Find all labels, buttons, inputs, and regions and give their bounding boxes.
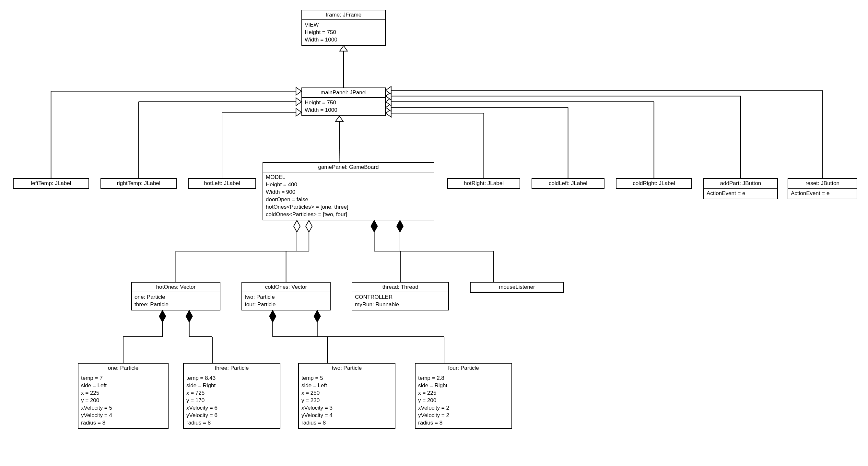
box-attr: myRun: Runnable: [355, 301, 446, 309]
box-title: frame: JFrame: [302, 10, 385, 20]
box-coldRight: coldRight: JLabel: [616, 178, 692, 189]
box-attr: side = Left: [81, 382, 165, 390]
box-coldLeft: coldLeft: JLabel: [532, 178, 604, 189]
uml-object-diagram: frame: JFrameVIEWHeight = 750Width = 100…: [0, 0, 868, 466]
box-attr: yVelocity = 2: [418, 412, 509, 420]
box-title: thread: Thread: [352, 283, 448, 292]
box-attr: Width = 1000: [305, 106, 382, 114]
box-attr: y = 200: [418, 397, 509, 404]
svg-marker-56: [314, 310, 320, 322]
box-attr: yVelocity = 6: [186, 412, 277, 420]
box-attr: xVelocity = 6: [186, 404, 277, 412]
box-attr: y = 230: [302, 397, 392, 404]
box-two: two: Particletemp = 5side = Leftx = 250y…: [298, 363, 396, 429]
box-attr: two: Particle: [245, 293, 328, 301]
box-four: four: Particletemp = 2.8side = Rightx = …: [415, 363, 512, 429]
box-attr: xVelocity = 2: [418, 404, 509, 412]
box-title: two: Particle: [299, 364, 395, 373]
box-title: coldLeft: JLabel: [532, 179, 604, 189]
box-leftTemp: leftTemp: JLabel: [13, 178, 89, 189]
box-body: CONTROLLERmyRun: Runnable: [352, 292, 448, 310]
box-attr: Height = 750: [305, 29, 382, 36]
box-attr: temp = 2.8: [418, 375, 509, 382]
box-title: gamePanel: GameBoard: [263, 163, 434, 173]
svg-marker-7: [296, 98, 302, 106]
svg-marker-10: [296, 108, 302, 116]
box-title: reset: JButton: [788, 179, 857, 189]
box-title: mainPanel: JPanel: [302, 88, 385, 98]
box-attr: Height = 400: [266, 181, 431, 189]
box-attr: three: Particle: [134, 301, 217, 309]
box-attr: coldOnes<Particles> = [two, four]: [266, 211, 431, 218]
box-attr: MODEL: [266, 174, 431, 181]
box-attr: radius = 8: [81, 420, 165, 427]
box-attr: Width = 900: [266, 189, 431, 196]
box-one: one: Particletemp = 7side = Leftx = 225y…: [78, 363, 168, 429]
box-attr: hotOnes<Particles> = [one, three]: [266, 204, 431, 211]
box-attr: y = 170: [186, 397, 277, 404]
box-attr: x = 725: [186, 390, 277, 397]
box-title: four: Particle: [415, 364, 512, 373]
box-attr: radius = 8: [186, 420, 277, 427]
box-body: MODELHeight = 400Width = 900doorOpen = f…: [263, 173, 434, 220]
box-body: temp = 5side = Leftx = 250y = 230xVeloci…: [299, 373, 395, 428]
box-attr: temp = 5: [302, 375, 392, 382]
box-body: Height = 750Width = 1000: [302, 98, 385, 115]
box-body: temp = 7side = Leftx = 225y = 200xVeloci…: [79, 373, 168, 428]
svg-marker-44: [159, 310, 166, 322]
box-addPart: addPart: JButtonActionEvent = e: [703, 178, 778, 199]
box-attr: Height = 750: [305, 99, 382, 106]
svg-marker-16: [386, 104, 391, 112]
svg-marker-52: [269, 310, 276, 322]
box-hotRight: hotRight: JLabel: [447, 178, 520, 189]
box-title: hotLeft: JLabel: [189, 179, 255, 189]
box-title: rightTemp: JLabel: [101, 179, 176, 189]
box-attr: xVelocity = 3: [302, 404, 392, 412]
box-three: three: Particletemp = 8.43side = Rightx …: [183, 363, 280, 429]
box-attr: CONTROLLER: [355, 293, 446, 301]
box-body: one: Particlethree: Particle: [132, 292, 220, 310]
box-attr: x = 225: [81, 390, 165, 397]
box-attr: x = 250: [302, 390, 392, 397]
box-attr: side = Left: [302, 382, 392, 390]
box-body: two: Particlefour: Particle: [242, 292, 330, 310]
box-attr: y = 200: [81, 397, 165, 404]
svg-marker-13: [386, 109, 391, 117]
box-reset: reset: JButtonActionEvent = e: [787, 178, 857, 199]
box-mouseListener: mouseListener: [470, 282, 564, 293]
box-title: addPart: JButton: [704, 179, 777, 189]
box-title: mouseListener: [471, 283, 563, 292]
box-attr: one: Particle: [134, 293, 217, 301]
box-gamePanel: gamePanel: GameBoardMODELHeight = 400Wid…: [262, 162, 434, 220]
box-attr: yVelocity = 4: [81, 412, 165, 420]
box-attr: Width = 1000: [305, 36, 382, 44]
box-mainPanel: mainPanel: JPanelHeight = 750Width = 100…: [302, 88, 386, 116]
box-body: temp = 8.43side = Rightx = 725y = 170xVe…: [184, 373, 280, 428]
box-title: coldOnes: Vector: [242, 283, 330, 292]
box-attr: side = Right: [418, 382, 509, 390]
svg-marker-22: [386, 92, 391, 100]
box-attr: xVelocity = 5: [81, 404, 165, 412]
box-title: hotOnes: Vector: [132, 283, 220, 292]
box-attr: temp = 7: [81, 375, 165, 382]
svg-marker-25: [386, 87, 391, 94]
box-title: coldRight: JLabel: [617, 179, 691, 189]
box-title: hotRight: JLabel: [448, 179, 520, 189]
box-attr: radius = 8: [418, 420, 509, 427]
box-frame: frame: JFrameVIEWHeight = 750Width = 100…: [302, 10, 386, 46]
box-attr: ActionEvent = e: [707, 190, 775, 197]
box-body: ActionEvent = e: [704, 189, 777, 199]
box-attr: temp = 8.43: [186, 375, 277, 382]
svg-marker-2: [336, 116, 343, 122]
svg-marker-40: [397, 220, 403, 232]
svg-marker-0: [340, 46, 347, 51]
box-thread: thread: ThreadCONTROLLERmyRun: Runnable: [352, 282, 449, 310]
box-title: leftTemp: JLabel: [13, 179, 89, 189]
box-attr: yVelocity = 4: [302, 412, 392, 420]
box-attr: VIEW: [305, 21, 382, 29]
svg-marker-36: [371, 220, 378, 232]
box-attr: x = 225: [418, 390, 509, 397]
svg-marker-32: [306, 220, 312, 232]
box-title: one: Particle: [79, 364, 168, 373]
box-attr: radius = 8: [302, 420, 392, 427]
